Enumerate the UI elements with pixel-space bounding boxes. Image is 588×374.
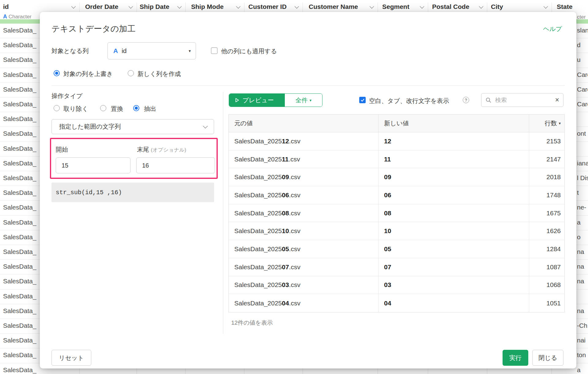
id-cell: SalesData_ xyxy=(3,337,36,344)
dialog-title: テキストデータの加工 xyxy=(51,23,135,34)
remove-label[interactable]: 取り除く xyxy=(63,105,88,113)
state-cell-fragment: Caro xyxy=(577,100,588,108)
column-menu-chevron-icon[interactable] xyxy=(295,4,299,9)
original-value-cell: SalesData_202508.csv xyxy=(229,204,379,222)
help-question-icon[interactable]: ? xyxy=(463,97,469,103)
column-header-city[interactable]: City xyxy=(491,3,503,10)
chevron-down-icon xyxy=(203,124,208,129)
preview-table-row: SalesData_202512.csv 12 2153 xyxy=(229,132,564,150)
column-menu-chevron-icon[interactable] xyxy=(129,4,133,9)
extract-radio[interactable] xyxy=(133,105,139,111)
sort-desc-icon: ▾ xyxy=(559,121,561,126)
column-header-postal-code[interactable]: Postal Code xyxy=(432,3,469,10)
column-header-customer-id[interactable]: Customer ID xyxy=(248,3,287,10)
close-button[interactable]: 閉じる xyxy=(532,350,564,366)
column-menu-chevron-icon[interactable] xyxy=(177,4,182,9)
show-whitespace-label[interactable]: 空白、タブ、改行文字を表示 xyxy=(369,97,449,105)
create-new-column-label[interactable]: 新しく列を作成 xyxy=(138,70,181,78)
id-cell: SalesData_ xyxy=(3,233,36,241)
column-menu-chevron-icon[interactable] xyxy=(370,4,374,9)
preview-table-body: SalesData_202512.csv 12 2153 SalesData_2… xyxy=(229,132,564,312)
replace-label[interactable]: 置換 xyxy=(111,105,123,113)
preview-run-button[interactable]: プレビュー xyxy=(229,94,285,107)
column-menu-chevron-icon[interactable] xyxy=(236,4,240,9)
column-header-id[interactable]: id xyxy=(3,3,9,10)
play-icon xyxy=(235,98,239,103)
state-cell-fragment: ton xyxy=(577,351,586,359)
id-cell: SalesData_ xyxy=(3,322,36,329)
end-input[interactable] xyxy=(136,157,215,173)
help-link[interactable]: ヘルプ xyxy=(543,25,562,33)
operation-type-label: 操作タイプ xyxy=(51,92,82,100)
column-header-order-date[interactable]: Order Date xyxy=(85,3,119,10)
original-value-cell: SalesData_202503.csv xyxy=(229,276,379,294)
start-input[interactable] xyxy=(56,157,130,173)
original-value-header: 元の値 xyxy=(229,115,379,132)
original-value-cell: SalesData_202506.csv xyxy=(229,186,379,204)
column-menu-chevron-icon[interactable] xyxy=(479,4,483,9)
overwrite-column-radio[interactable] xyxy=(54,70,60,76)
target-column-dropdown[interactable]: A id ▾ xyxy=(107,42,196,59)
extract-label[interactable]: 抽出 xyxy=(144,105,156,113)
new-value-cell: 03 xyxy=(379,276,529,294)
preview-table-row: SalesData_202504.csv 04 1051 xyxy=(229,294,564,312)
check-icon xyxy=(360,98,365,102)
state-cell-fragment: nai xyxy=(577,337,586,344)
column-menu-chevron-icon[interactable] xyxy=(544,4,548,9)
target-column-value: id xyxy=(122,47,126,55)
preview-scope-dropdown[interactable]: 全件▾ xyxy=(285,94,322,107)
apply-other-columns-checkbox[interactable] xyxy=(211,47,217,54)
state-cell-fragment: o xyxy=(577,233,581,241)
column-header-state[interactable]: State xyxy=(557,3,572,10)
apply-other-columns-label[interactable]: 他の列にも適用する xyxy=(221,47,277,55)
replace-radio[interactable] xyxy=(100,105,106,111)
reset-button[interactable]: リセット xyxy=(51,350,91,366)
column-header-segment[interactable]: Segment xyxy=(382,3,409,10)
id-cell: SalesData_ xyxy=(3,204,36,211)
new-value-cell: 12 xyxy=(379,132,529,150)
state-cell-fragment: a xyxy=(577,219,581,226)
panel-divider xyxy=(223,92,223,334)
row-count-cell: 1675 xyxy=(529,204,564,222)
id-cell: SalesData_ xyxy=(3,86,36,93)
column-header-customer-name[interactable]: Customer Name xyxy=(309,3,358,10)
state-cell-fragment: slan xyxy=(577,27,588,34)
remove-radio[interactable] xyxy=(54,105,60,111)
preview-table-row: SalesData_202506.csv 06 1748 xyxy=(229,186,564,204)
execute-button[interactable]: 実行 xyxy=(503,350,528,366)
show-whitespace-checkbox[interactable] xyxy=(359,97,366,103)
id-cell: SalesData_ xyxy=(3,145,36,152)
search-input[interactable] xyxy=(495,96,548,104)
extract-method-dropdown[interactable]: 指定した範囲の文字列 xyxy=(51,119,214,134)
id-cell: SalesData_ xyxy=(3,293,36,300)
id-cell: SalesData_ xyxy=(3,366,36,374)
column-header-ship-mode[interactable]: Ship Mode xyxy=(191,3,224,10)
state-cell-fragment: -Ch xyxy=(577,322,587,329)
original-value-cell: SalesData_202504.csv xyxy=(229,294,379,312)
original-value-cell: SalesData_202511.csv xyxy=(229,150,379,168)
original-value-cell: SalesData_202509.csv xyxy=(229,168,379,186)
overwrite-column-label[interactable]: 対象の列を上書き xyxy=(63,70,113,78)
id-cell: SalesData_ xyxy=(3,41,36,49)
formula-preview: str_sub(id,15 ,16) xyxy=(51,183,214,202)
character-type-icon: A xyxy=(113,47,118,55)
state-cell-fragment: Caro xyxy=(577,71,588,78)
row-count-cell: 1284 xyxy=(529,240,564,258)
create-new-column-radio[interactable] xyxy=(128,70,134,76)
column-menu-chevron-icon[interactable] xyxy=(71,4,76,9)
row-count-cell: 1087 xyxy=(529,258,564,276)
new-value-header: 新しい値 xyxy=(379,115,529,132)
column-header-ship-date[interactable]: Ship Date xyxy=(140,3,169,10)
search-box: × xyxy=(481,93,564,107)
new-value-cell: 04 xyxy=(379,294,529,312)
id-cell: SalesData_ xyxy=(3,56,36,63)
preview-result-table: 元の値 新しい値 行数▾ SalesData_202512.csv 12 215… xyxy=(228,114,565,312)
row-count-header[interactable]: 行数▾ xyxy=(529,115,564,132)
clear-search-icon[interactable]: × xyxy=(555,96,559,104)
id-cell: SalesData_ xyxy=(3,248,36,255)
chevron-down-icon: ▾ xyxy=(189,48,191,53)
column-menu-chevron-icon[interactable] xyxy=(420,4,424,9)
state-cell-fragment: l Dis xyxy=(577,174,588,182)
optional-hint: (オプショナル) xyxy=(151,147,187,153)
preview-table-header: 元の値 新しい値 行数▾ xyxy=(229,115,564,132)
